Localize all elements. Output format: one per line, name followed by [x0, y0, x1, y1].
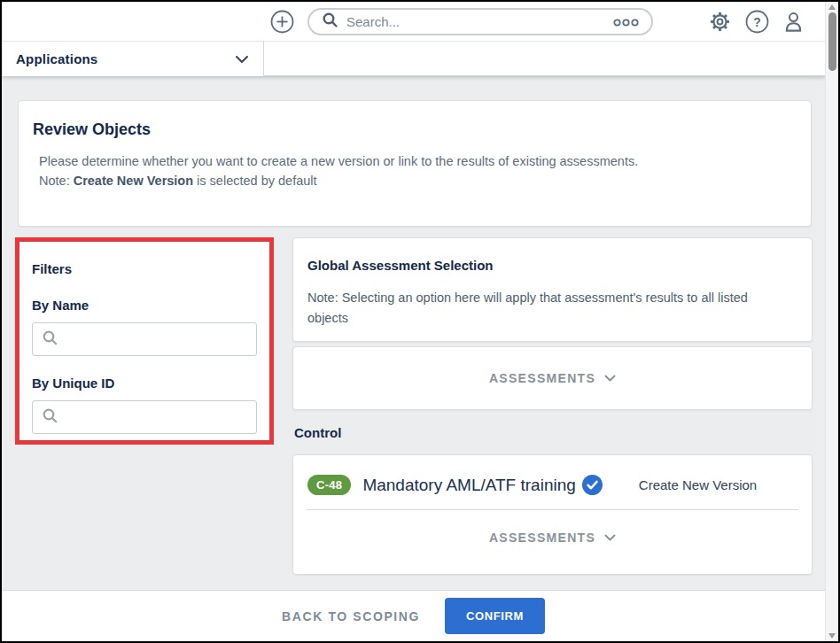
review-note-bold: Create New Version — [74, 174, 193, 188]
by-name-field — [32, 322, 257, 356]
user-menu-button[interactable] — [782, 10, 805, 34]
settings-button[interactable] — [708, 10, 732, 34]
global-search — [307, 8, 653, 35]
filters-panel: Filters By Name By Unique ID — [15, 237, 274, 445]
global-assessment-title: Global Assessment Selection — [307, 258, 797, 273]
by-unique-id-label: By Unique ID — [32, 376, 257, 391]
assessments-dropdown-label: ASSESSMENTS — [489, 531, 595, 545]
control-assessments-dropdown[interactable]: ASSESSMENTS — [293, 510, 812, 565]
assessments-dropdown-label: ASSESSMENTS — [489, 371, 595, 385]
global-assessment-card: Global Assessment Selection Note: Select… — [292, 237, 813, 342]
by-unique-id-input[interactable] — [66, 410, 247, 424]
person-icon — [782, 10, 805, 34]
review-objects-card: Review Objects Please determine whether … — [18, 100, 812, 227]
svg-text:?: ? — [753, 15, 761, 29]
question-icon: ? — [745, 10, 769, 34]
global-assessment-note: Note: Selecting an option here will appl… — [307, 288, 790, 329]
filters-title: Filters — [32, 261, 257, 276]
app-window: ? Applications Rev — [0, 0, 840, 643]
search-icon — [42, 329, 58, 350]
gear-icon — [708, 10, 732, 34]
top-bar: ? — [2, 2, 825, 42]
scroll-down-arrow-icon[interactable] — [828, 633, 836, 639]
vertical-scrollbar[interactable] — [825, 2, 838, 641]
chevron-down-icon — [235, 51, 249, 67]
application-bar: Applications — [2, 42, 825, 76]
control-object-card: C-48 Mandatory AML/ATF training Create N… — [292, 454, 813, 575]
application-selector-label: Applications — [16, 51, 97, 66]
control-section-label: Control — [294, 425, 813, 440]
by-name-input[interactable] — [66, 332, 247, 346]
scrollbar-thumb[interactable] — [828, 12, 836, 71]
page-title: Review Objects — [33, 120, 797, 139]
by-unique-id-field — [32, 400, 257, 434]
object-title: Mandatory AML/ATF training — [362, 476, 575, 495]
help-button[interactable]: ? — [745, 10, 769, 34]
selected-check-icon[interactable] — [582, 475, 603, 495]
more-options-icon[interactable] — [613, 14, 639, 30]
review-description: Please determine whether you want to cre… — [33, 151, 797, 171]
assessment-column: Global Assessment Selection Note: Select… — [292, 237, 813, 575]
main-content: Review Objects Please determine whether … — [2, 76, 825, 590]
version-option-label[interactable]: Create New Version — [639, 477, 757, 492]
back-to-scoping-button[interactable]: BACK TO SCOPING — [282, 609, 420, 624]
search-icon — [322, 12, 338, 32]
by-name-label: By Name — [32, 298, 257, 313]
control-object-row: C-48 Mandatory AML/ATF training Create N… — [293, 455, 812, 509]
global-assessments-dropdown[interactable]: ASSESSMENTS — [292, 346, 813, 410]
chevron-down-icon — [604, 530, 616, 546]
scroll-up-arrow-icon[interactable] — [828, 4, 836, 10]
chevron-down-icon — [604, 370, 616, 386]
object-id-badge: C-48 — [307, 475, 351, 495]
plus-circle-icon — [270, 10, 294, 34]
search-input[interactable] — [346, 14, 613, 29]
search-icon — [42, 407, 58, 428]
review-note: Note: Create New Version is selected by … — [33, 171, 797, 190]
add-button[interactable] — [270, 10, 294, 34]
application-selector[interactable]: Applications — [2, 42, 264, 76]
footer-action-bar: BACK TO SCOPING CONFIRM — [2, 590, 825, 641]
confirm-button[interactable]: CONFIRM — [445, 598, 545, 634]
